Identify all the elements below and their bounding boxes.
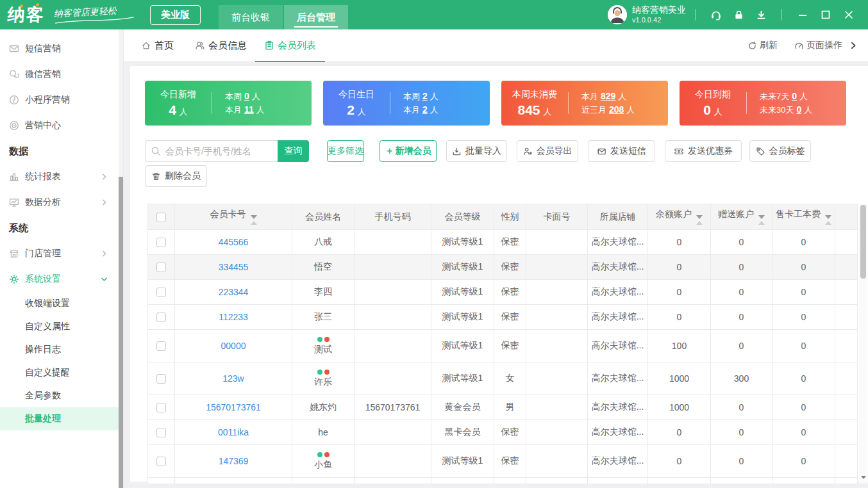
query-button[interactable]: 查询 <box>278 140 309 162</box>
send-sms-button[interactable]: 发送短信 <box>588 140 655 162</box>
member-card-link[interactable]: 00000 <box>221 341 246 351</box>
tab-member-list[interactable]: 会员列表 <box>264 29 316 61</box>
members-table: 会员卡号会员姓名手机号码会员等级性别卡面号所属店铺余额账户赠送账户售卡工本费 4… <box>147 204 858 484</box>
sidebar-scrollbar-thumb[interactable] <box>119 177 123 488</box>
sidebar-item-label: 统计报表 <box>25 171 61 183</box>
member-card-link[interactable]: 0011ika <box>218 427 249 437</box>
sidebar-item-label: 数据 <box>9 145 28 158</box>
sidebar-item[interactable]: 短信营销 <box>0 36 123 61</box>
member-tags-button[interactable]: 会员标签 <box>749 140 811 162</box>
stat-card-left: 今日生日 2人 <box>323 89 390 118</box>
filler-cell <box>835 478 858 484</box>
add-member-button[interactable]: ＋新增会员 <box>380 140 437 162</box>
row-checkbox[interactable] <box>156 263 166 272</box>
column-header: 手机号码 <box>355 204 431 230</box>
nav-tab-cashier[interactable]: 前台收银 <box>219 5 283 29</box>
plus-icon: ＋ <box>385 145 394 157</box>
filler-cell <box>835 445 858 478</box>
sort-icon[interactable] <box>825 215 831 225</box>
sidebar-item[interactable]: 系统设置 <box>0 266 123 292</box>
more-filters-button[interactable]: 更多筛选 <box>327 140 364 162</box>
tab-home[interactable]: 首页 <box>141 29 174 61</box>
batch-import-button[interactable]: 批量导入 <box>446 140 507 162</box>
row-checkbox[interactable] <box>156 428 166 437</box>
refresh-button[interactable]: 刷新 <box>747 40 778 51</box>
member-card-link[interactable]: 223344 <box>219 287 249 297</box>
name-cell: 悟空 <box>292 255 355 280</box>
stat-sub-unit: 人 <box>252 92 260 101</box>
row-checkbox[interactable] <box>156 288 166 297</box>
sidebar-subitem[interactable]: 操作日志 <box>0 338 123 361</box>
sidebar-item-label: 数据分析 <box>25 197 61 208</box>
fee-cell: 0 <box>772 420 835 445</box>
delete-member-button[interactable]: 删除会员 <box>145 165 207 187</box>
row-checkbox[interactable] <box>156 341 166 351</box>
chevron-right-icon <box>100 250 114 258</box>
avatar[interactable] <box>608 5 627 24</box>
stat-sub-value[interactable]: 0 <box>244 91 249 101</box>
level-cell: 测试等级1 <box>431 255 494 280</box>
sort-icon[interactable] <box>758 215 765 225</box>
divider <box>781 9 782 20</box>
sidebar-item[interactable]: 小程序营销 <box>0 87 123 113</box>
sidebar-item-label: 收银端设置 <box>25 298 70 309</box>
support-icon[interactable] <box>710 9 722 20</box>
row-checkbox[interactable] <box>156 313 166 322</box>
tab-member-info[interactable]: 会员信息 <box>195 29 247 61</box>
row-select-cell <box>148 230 175 255</box>
page-actions-button[interactable]: 页面操作 <box>794 40 858 51</box>
sidebar-subitem[interactable]: 自定义属性 <box>0 315 123 338</box>
member-card-link[interactable]: 147369 <box>219 456 249 466</box>
stat-sub-value[interactable]: 11 <box>244 104 254 115</box>
sort-icon[interactable] <box>251 215 257 225</box>
minimize-icon[interactable] <box>798 10 807 19</box>
member-card-link[interactable]: 15670173761 <box>206 402 261 412</box>
content-panel: 今日新增 4人 本周0人 本月11人 今日生日 2人 本周2人 本月2人 <box>130 66 868 482</box>
sidebar-item[interactable]: 数据分析 <box>0 190 123 215</box>
sort-icon[interactable] <box>696 215 703 225</box>
member-card-link[interactable]: 123w <box>222 373 244 384</box>
sidebar-item[interactable]: 门店管理 <box>0 241 123 266</box>
table-scrollbar-thumb[interactable] <box>860 205 866 279</box>
stat-sub-value[interactable]: 208 <box>609 104 624 115</box>
scroll-down-arrow-icon[interactable] <box>861 476 866 479</box>
member-card-link[interactable]: 112233 <box>219 312 248 322</box>
close-icon[interactable] <box>844 10 853 19</box>
toolbar: 查询 更多筛选 ＋新增会员 批量导入 会员导出 发送短信 发送优惠券 会员标签 <box>145 140 811 162</box>
stat-sub-value[interactable]: 0 <box>792 91 797 101</box>
card-face-cell <box>526 305 588 330</box>
select-all-checkbox[interactable] <box>156 213 166 222</box>
tag-dot-red <box>324 370 330 375</box>
stat-sub-value[interactable]: 0 <box>796 104 801 115</box>
member-card-link[interactable]: 334455 <box>219 262 249 272</box>
export-members-button[interactable]: 会员导出 <box>517 140 578 162</box>
nav-tab-backoffice[interactable]: 后台管理 <box>284 5 348 29</box>
sidebar-subitem[interactable]: 批量处理 <box>0 407 123 430</box>
member-card-link[interactable]: 445566 <box>219 237 249 247</box>
lock-icon[interactable] <box>733 10 744 20</box>
maximize-icon[interactable] <box>821 10 830 19</box>
row-checkbox[interactable] <box>156 403 166 412</box>
sidebar-item[interactable]: 统计报表 <box>0 164 123 190</box>
search-input[interactable] <box>145 140 278 162</box>
sidebar-item[interactable]: 营销中心 <box>0 113 123 138</box>
stat-sub-value[interactable]: 829 <box>601 91 615 101</box>
edition-badge[interactable]: 美业版 <box>150 5 201 25</box>
stat-sub-value[interactable]: 2 <box>422 91 428 101</box>
sidebar-subitem[interactable]: 全局参数 <box>0 384 123 407</box>
balance-cell: 0 <box>648 305 711 330</box>
row-checkbox[interactable] <box>156 457 166 466</box>
download-icon[interactable] <box>756 10 767 20</box>
store-cell: 高尔夫球馆... <box>588 305 648 330</box>
sidebar-subitem[interactable]: 自定义提醒 <box>0 361 123 384</box>
batch-import-label: 批量导入 <box>465 145 501 157</box>
bar-chart-icon <box>9 172 19 182</box>
stat-sub-value[interactable]: 2 <box>422 104 428 115</box>
sidebar-subitem[interactable]: 收银端设置 <box>0 292 123 315</box>
sidebar-item[interactable]: 微信营销 <box>0 61 123 87</box>
stat-card-title: 本周未消费 <box>501 89 568 101</box>
send-coupon-button[interactable]: 发送优惠券 <box>665 140 742 162</box>
stat-sub-label: 本月 <box>581 92 598 101</box>
row-checkbox[interactable] <box>156 238 166 247</box>
row-checkbox[interactable] <box>156 374 166 384</box>
